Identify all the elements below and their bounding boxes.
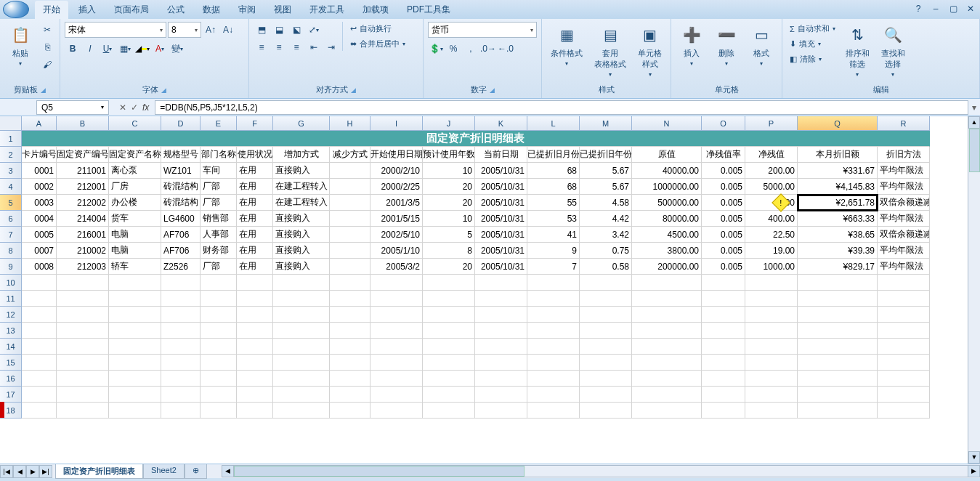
cell[interactable] [273,403,330,419]
cell[interactable]: 2005/10/31 [475,227,527,243]
cell[interactable]: 离心泵 [109,163,161,179]
cell[interactable]: 20 [423,195,475,211]
cell[interactable]: 直接购入 [273,243,330,259]
cell[interactable] [22,275,57,291]
format-as-table-button[interactable]: ▤套用 表格格式▾ [590,22,631,79]
cell[interactable]: 厂部 [201,259,237,275]
cell[interactable] [330,227,370,243]
cell[interactable]: 0008 [22,259,57,275]
cell[interactable]: 212003 [57,259,109,275]
cell[interactable]: 4.58 [580,195,632,211]
cell[interactable]: 厂房 [109,179,161,195]
font-color-button[interactable]: A▾ [152,41,168,57]
cell[interactable]: 2001/3/5 [370,195,423,211]
cell[interactable] [423,403,475,419]
cell[interactable]: 直接购入 [273,163,330,179]
number-format-combo[interactable]: 货币▾ [428,22,537,38]
cell[interactable]: 68 [527,163,580,179]
conditional-format-button[interactable]: ▦条件格式▾ [546,22,587,68]
cell[interactable] [57,387,109,403]
insert-cells-button[interactable]: ➕插入▾ [676,22,708,68]
cell[interactable]: 55 [527,195,580,211]
cell[interactable] [201,307,237,323]
find-select-button[interactable]: 🔍查找和 选择▾ [877,22,910,79]
cell[interactable]: 平均年限法 [878,179,930,195]
cell[interactable]: 4.42 [580,211,632,227]
cell[interactable] [702,387,745,403]
ribbon-tab-8[interactable]: 加载项 [355,1,397,19]
cell[interactable] [237,339,273,355]
fill-color-button[interactable]: ◢▾ [134,41,150,57]
col-header-E[interactable]: E [201,116,237,131]
cell[interactable] [330,323,370,339]
cell[interactable] [745,355,798,371]
cell[interactable]: 68 [527,179,580,195]
cell[interactable]: ¥331.67 [798,163,878,179]
cell[interactable] [273,291,330,307]
row-header-6[interactable]: 6 [0,211,22,227]
cell[interactable] [878,355,930,371]
col-header-K[interactable]: K [475,116,527,131]
cell[interactable]: 22.50 [745,227,798,243]
cell[interactable] [201,387,237,403]
format-painter-button[interactable]: 🖌 [39,57,55,73]
cells-area[interactable]: 固定资产折旧明细表卡片编号固定资产编号固定资产名称规格型号部门名称使用状况增加方… [22,131,930,478]
cell[interactable]: 0.005 [702,163,745,179]
cell[interactable] [330,355,370,371]
cell[interactable] [702,275,745,291]
cell[interactable]: 轿车 [109,259,161,275]
cell[interactable] [632,323,702,339]
cell[interactable]: 电脑 [109,243,161,259]
format-cells-button[interactable]: ▭格式▾ [745,22,777,68]
cell[interactable]: 40000.00 [632,163,702,179]
cell[interactable]: 212001 [57,179,109,195]
italic-button[interactable]: I [82,41,98,57]
cell[interactable]: 216001 [57,227,109,243]
cell[interactable] [22,403,57,419]
bold-button[interactable]: B [65,41,81,57]
cell[interactable] [273,323,330,339]
cell[interactable]: 2005/3/2 [370,259,423,275]
cell[interactable]: 平均年限法 [878,259,930,275]
cut-button[interactable]: ✂ [39,22,55,38]
cell[interactable] [702,355,745,371]
cell[interactable]: 0.58 [580,259,632,275]
scroll-up-button[interactable]: ▲ [968,116,980,129]
col-header-R[interactable]: R [878,116,930,131]
cell[interactable] [161,291,201,307]
cell[interactable]: 净残值 [745,147,798,163]
cell[interactable]: 货车 [109,211,161,227]
cell[interactable] [370,403,423,419]
cell[interactable] [745,291,798,307]
cell[interactable]: Z2526 [161,259,201,275]
cell[interactable] [423,275,475,291]
formula-input[interactable]: =DDB(N5,P5,J5*12,L5,2) [155,100,968,115]
cell[interactable]: 4500.00 [632,227,702,243]
cell[interactable] [161,355,201,371]
ribbon-tab-5[interactable]: 审阅 [230,1,264,19]
font-size-combo[interactable]: 8▾ [168,22,201,38]
cell[interactable] [702,403,745,419]
cell[interactable] [237,323,273,339]
cell[interactable] [109,291,161,307]
cell[interactable]: 在用 [237,211,273,227]
cell[interactable] [527,291,580,307]
cell[interactable]: 0005 [22,227,57,243]
increase-font-button[interactable]: A↑ [203,22,219,38]
cell[interactable]: 3800.00 [632,243,702,259]
cell[interactable] [878,291,930,307]
col-header-I[interactable]: I [370,116,423,131]
cell[interactable]: 砖混结构 [161,195,201,211]
worksheet-grid[interactable]: ABCDEFGHIJKLMNOPQR 123456789101112131415… [0,116,980,464]
row-header-14[interactable]: 14 [0,339,22,355]
cell[interactable]: 500000.00 [632,195,702,211]
col-header-M[interactable]: M [580,116,632,131]
cell[interactable] [580,291,632,307]
horizontal-scrollbar[interactable]: ◀ ▶ [222,465,980,477]
cell[interactable] [370,275,423,291]
cell[interactable] [370,307,423,323]
col-header-F[interactable]: F [237,116,273,131]
cell[interactable] [580,403,632,419]
row-header-13[interactable]: 13 [0,323,22,339]
cell[interactable]: LG4600 [161,211,201,227]
